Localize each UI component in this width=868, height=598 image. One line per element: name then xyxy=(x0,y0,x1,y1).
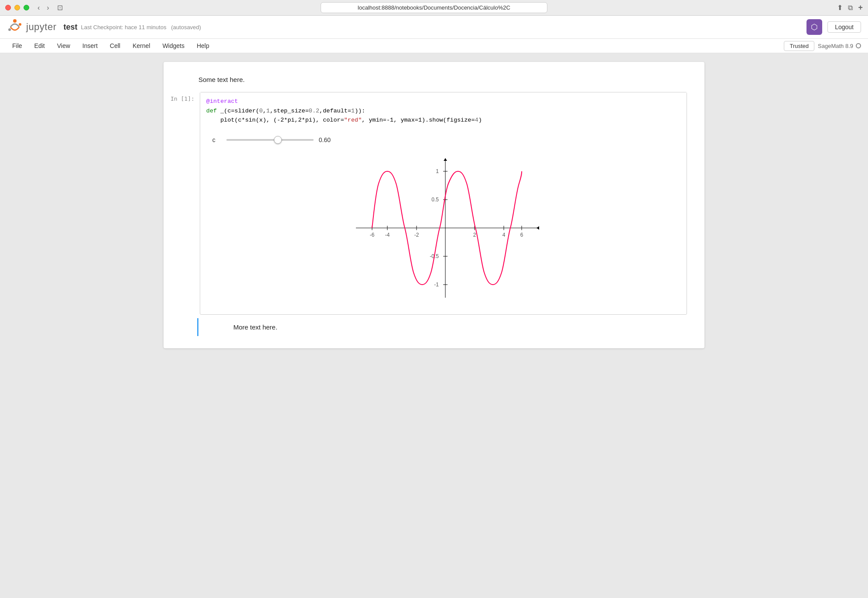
code-cell-1: In [1]: @interact def _(c=slider(0,1,ste… xyxy=(164,92,704,315)
main-content: Some text here. In [1]: @interact def _(… xyxy=(0,53,868,598)
text-cell-1-content: Some text here. xyxy=(198,76,245,83)
logout-button[interactable]: Logout xyxy=(827,21,861,33)
menu-widgets[interactable]: Widgets xyxy=(157,41,190,51)
titlebar-right-controls: ⬆ ⧉ + xyxy=(837,3,863,12)
titlebar: ‹ › ⊡ ⬆ ⧉ + xyxy=(0,0,868,16)
menubar-right: Trusted SageMath 8.9 xyxy=(784,41,861,51)
svg-point-1 xyxy=(19,23,21,26)
def-keyword: def xyxy=(206,108,217,114)
svg-text:-1: -1 xyxy=(434,282,439,288)
code-line-2: def _(c=slider(0,1,step_size=0.2,default… xyxy=(206,106,680,116)
kernel-info: SageMath 8.9 xyxy=(818,43,861,49)
menu-file[interactable]: File xyxy=(7,41,27,51)
decorator: @interact xyxy=(206,98,238,105)
jupyter-header: jupyter test Last Checkpoint: hace 11 mi… xyxy=(0,16,868,39)
svg-point-2 xyxy=(8,28,11,31)
svg-text:-2: -2 xyxy=(414,232,419,238)
text-cell-2-wrapper: More text here. xyxy=(164,318,704,336)
slider-label: c xyxy=(212,136,221,143)
address-bar[interactable] xyxy=(321,2,547,13)
duplicate-tab-button[interactable]: ⧉ xyxy=(848,3,853,12)
jupyter-logo: jupyter xyxy=(7,19,57,35)
svg-marker-26 xyxy=(444,158,447,161)
minimize-button[interactable] xyxy=(14,5,20,10)
nav-buttons: ‹ › ⊡ xyxy=(35,3,66,13)
checkpoint-info: Last Checkpoint: hace 11 minutos (autosa… xyxy=(81,24,201,31)
kernel-status-indicator xyxy=(856,43,861,48)
new-tab-button[interactable]: + xyxy=(858,3,863,12)
slider-value: 0.60 xyxy=(319,136,336,143)
output-area: c 0.60 xyxy=(200,129,687,314)
svg-text:1: 1 xyxy=(436,168,439,174)
svg-point-0 xyxy=(13,19,17,23)
svg-text:-6: -6 xyxy=(370,232,375,238)
plot-container: -6 -4 -2 2 4 xyxy=(206,145,680,311)
trusted-button[interactable]: Trusted xyxy=(784,41,814,51)
notebook-container: Some text here. In [1]: @interact def _(… xyxy=(164,62,704,348)
menu-kernel[interactable]: Kernel xyxy=(127,41,155,51)
slider-input[interactable] xyxy=(226,139,314,141)
cell-label-1: In [1]: xyxy=(164,92,200,315)
tab-view-button[interactable]: ⊡ xyxy=(54,3,66,13)
kernel-logo: ⬡ xyxy=(806,19,822,35)
svg-text:-4: -4 xyxy=(385,232,390,238)
text-cell-2-content: More text here. xyxy=(233,323,277,331)
svg-text:2: 2 xyxy=(473,232,476,238)
maximize-button[interactable] xyxy=(24,5,29,10)
code-line-3: plot(c*sin(x), (-2*pi,2*pi), color="red"… xyxy=(206,116,680,125)
share-button[interactable]: ⬆ xyxy=(837,3,843,12)
window-controls xyxy=(5,5,29,10)
code-block-1: @interact def _(c=slider(0,1,step_size=0… xyxy=(200,92,687,129)
header-right: ⬡ Logout xyxy=(806,19,861,35)
menu-edit[interactable]: Edit xyxy=(29,41,50,51)
svg-marker-25 xyxy=(537,226,539,230)
jupyter-logo-svg xyxy=(7,19,23,35)
close-button[interactable] xyxy=(5,5,11,10)
code-line-1: @interact xyxy=(206,97,680,106)
plot-svg: -6 -4 -2 2 4 xyxy=(334,150,552,306)
menu-insert[interactable]: Insert xyxy=(77,41,103,51)
svg-text:6: 6 xyxy=(520,232,523,238)
text-cell-2[interactable]: More text here. xyxy=(197,318,687,336)
menu-help[interactable]: Help xyxy=(191,41,215,51)
menu-view[interactable]: View xyxy=(52,41,75,51)
cell-code-content-1[interactable]: @interact def _(c=slider(0,1,step_size=0… xyxy=(200,92,687,315)
text-cell-1: Some text here. xyxy=(164,71,704,88)
jupyter-wordmark: jupyter xyxy=(26,21,57,33)
svg-text:0.5: 0.5 xyxy=(432,197,439,203)
menubar: File Edit View Insert Cell Kernel Widget… xyxy=(0,39,868,53)
menu-cell[interactable]: Cell xyxy=(105,41,126,51)
slider-container: c 0.60 xyxy=(206,133,680,145)
nav-back-button[interactable]: ‹ xyxy=(35,3,42,13)
notebook-title[interactable]: test xyxy=(64,23,78,32)
svg-text:4: 4 xyxy=(502,232,506,238)
nav-forward-button[interactable]: › xyxy=(44,3,51,13)
